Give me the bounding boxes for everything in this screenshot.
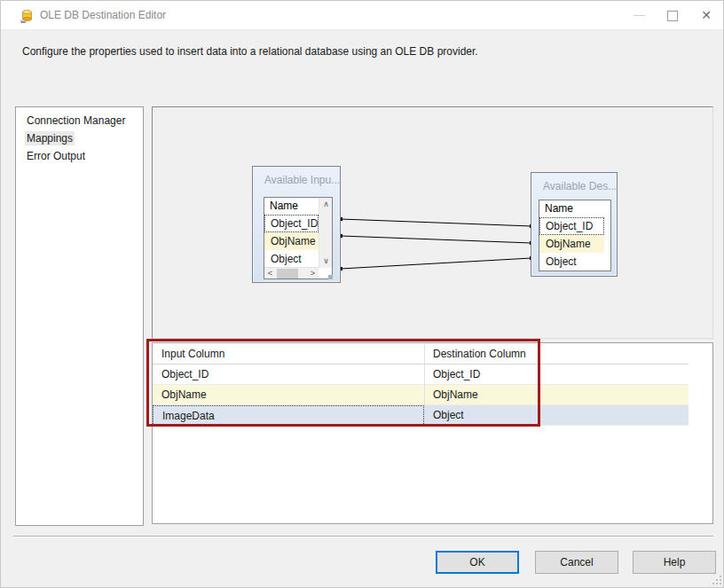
maximize-icon: [667, 11, 678, 21]
mapping-table: Input Column Destination Column Object_I…: [152, 342, 713, 524]
input-column-cell[interactable]: ObjName: [153, 385, 424, 405]
database-destination-icon: [20, 8, 35, 23]
cancel-button[interactable]: Cancel: [535, 551, 618, 574]
scrollbar-thumb[interactable]: [277, 269, 298, 278]
dialog-description: Configure the properties used to insert …: [22, 45, 478, 58]
destination-list-header: Name: [539, 200, 604, 217]
sidebar-item-mappings[interactable]: Mappings: [16, 129, 143, 147]
window-resize-grip-icon[interactable]: [716, 579, 718, 581]
table-row[interactable]: Object_ID Object_ID: [153, 365, 689, 385]
footer-separator: [13, 536, 713, 537]
column-header-destination[interactable]: Destination Column: [433, 343, 526, 365]
table-row[interactable]: ImageData Object: [153, 405, 689, 426]
maximize-button[interactable]: [657, 1, 688, 29]
column-separator: [424, 344, 425, 427]
destination-column-cell[interactable]: Object: [433, 405, 464, 426]
ole-db-destination-editor-dialog: OLE DB Destination Editor ✕ Configure th…: [0, 0, 724, 588]
destination-column-item[interactable]: ObjName: [539, 235, 604, 253]
destination-columns-list: Name Object_ID ObjName Object: [539, 200, 611, 271]
input-columns-list: Name Object_ID ObjName Object ∧ ∨ < >: [264, 197, 333, 279]
close-button[interactable]: ✕: [691, 1, 721, 29]
destination-columns-rows: Name Object_ID ObjName Object: [539, 200, 604, 270]
column-header-input[interactable]: Input Column: [161, 343, 224, 365]
scroll-down-icon[interactable]: ∨: [319, 255, 333, 268]
minimize-icon: [634, 15, 645, 16]
minimize-button[interactable]: [624, 1, 654, 29]
mapping-diagram-panel: Available Inpu... Name Object_ID ObjName…: [152, 106, 713, 339]
input-column-item[interactable]: Object: [264, 250, 319, 268]
connection-line-object-id: [341, 219, 531, 226]
input-column-item[interactable]: ObjName: [264, 232, 319, 250]
destination-box-title: Available Des...: [543, 180, 617, 192]
vertical-scrollbar[interactable]: ∧ ∨: [319, 198, 332, 268]
ok-button[interactable]: OK: [436, 551, 519, 574]
input-box-title: Available Inpu...: [264, 174, 340, 186]
input-columns-rows: Name Object_ID ObjName Object: [264, 198, 319, 268]
scroll-right-icon[interactable]: >: [307, 268, 319, 279]
input-column-cell[interactable]: ImageData: [153, 405, 424, 426]
sidebar-item-connection-manager[interactable]: Connection Manager: [16, 112, 143, 129]
destination-column-cell[interactable]: ObjName: [433, 385, 478, 405]
page-list: Connection Manager Mappings Error Output: [15, 106, 144, 526]
title-bar: OLE DB Destination Editor ✕: [1, 1, 723, 30]
table-header-row: Input Column Destination Column: [153, 343, 689, 365]
connection-line-objname: [341, 236, 531, 243]
destination-column-item[interactable]: Object_ID: [539, 217, 604, 235]
sidebar-item-error-output[interactable]: Error Output: [16, 147, 143, 165]
window-title: OLE DB Destination Editor: [40, 1, 166, 29]
destination-column-cell[interactable]: Object_ID: [433, 365, 480, 385]
input-column-cell[interactable]: Object_ID: [153, 365, 424, 385]
destination-column-item[interactable]: Object: [539, 253, 604, 270]
table-row[interactable]: ObjName ObjName: [153, 385, 689, 405]
resize-grip-icon[interactable]: [328, 275, 331, 278]
connection-lines: [153, 107, 714, 340]
available-input-columns-box[interactable]: Available Inpu... Name Object_ID ObjName…: [252, 166, 341, 283]
input-column-item[interactable]: Object_ID: [264, 215, 319, 232]
help-button[interactable]: Help: [633, 551, 716, 574]
horizontal-scrollbar[interactable]: < >: [264, 267, 319, 278]
scroll-up-icon[interactable]: ∧: [319, 198, 333, 211]
available-destination-columns-box[interactable]: Available Des... Name Object_ID ObjName …: [531, 172, 618, 277]
connection-line-imagedata: [341, 258, 531, 269]
scroll-left-icon[interactable]: <: [264, 268, 276, 279]
input-list-header: Name: [264, 198, 319, 215]
